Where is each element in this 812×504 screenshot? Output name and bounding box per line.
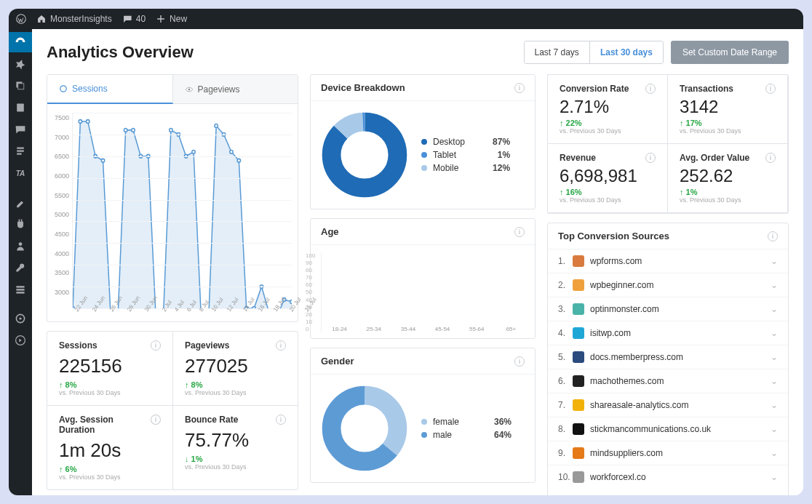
chevron-down-icon: ⌄ [771, 400, 778, 410]
svg-rect-7 [16, 292, 24, 293]
info-icon[interactable]: i [765, 84, 776, 94]
svg-point-14 [79, 120, 81, 124]
sidebar-item-comments[interactable] [9, 119, 32, 140]
gender-donut-chart [321, 385, 408, 472]
stat-sessions: Sessionsi 225156 ↑ 8% vs. Previous 30 Da… [47, 332, 172, 405]
source-row[interactable]: 6.machothemes.com⌄ [548, 369, 788, 393]
source-row[interactable]: 10.workforcexl.co⌄ [548, 465, 788, 489]
chevron-down-icon: ⌄ [771, 448, 778, 458]
sidebar-item-settings[interactable] [9, 279, 32, 300]
sidebar-item-ta[interactable]: TA [9, 163, 32, 183]
sidebar-item-pin[interactable] [9, 54, 32, 74]
chevron-down-icon: ⌄ [771, 352, 778, 362]
date-range-segmented: Last 7 days Last 30 days [524, 41, 664, 64]
source-row[interactable]: 5.docs.memberpress.com⌄ [548, 345, 788, 369]
svg-point-32 [215, 124, 218, 128]
chevron-down-icon: ⌄ [771, 376, 778, 386]
site-link[interactable]: MonsterInsights [36, 14, 112, 24]
info-icon[interactable]: i [514, 356, 525, 367]
metric-aov: Avg. Order Valuei 252.62 ↑ 1% vs. Previo… [667, 143, 788, 213]
new-link[interactable]: New [156, 14, 187, 24]
sidebar-item-insights[interactable] [9, 308, 32, 329]
source-row[interactable]: 7.shareasale-analytics.com⌄ [548, 393, 788, 417]
sidebar-item-pages[interactable] [9, 97, 32, 118]
sidebar-item-dashboard[interactable] [9, 32, 32, 52]
info-icon[interactable]: i [276, 340, 286, 351]
comment-count: 40 [136, 14, 146, 24]
metric-conversion: Conversion Ratei 2.71% ↑ 22% vs. Previou… [547, 74, 668, 144]
gender-card: Genderi female36%male64% [310, 348, 536, 483]
source-row[interactable]: 8.stickmancommunications.co.uk⌄ [548, 417, 788, 441]
svg-point-12 [188, 88, 189, 89]
source-row[interactable]: 9.mindsuppliers.com⌄ [548, 441, 788, 465]
new-label: New [170, 14, 187, 24]
svg-point-21 [132, 129, 135, 132]
svg-point-0 [17, 15, 26, 24]
source-row[interactable]: 2.wpbeginner.com⌄ [548, 273, 788, 297]
date-last-30[interactable]: Last 30 days [589, 41, 663, 63]
traffic-card: Sessions Pageviews 750070006500600055005… [47, 74, 298, 322]
info-icon[interactable]: i [765, 153, 776, 163]
chevron-down-icon: ⌄ [771, 304, 778, 314]
page-title: Analytics Overview [47, 43, 194, 62]
sidebar-item-appearance[interactable] [9, 192, 32, 212]
svg-point-50 [343, 407, 385, 449]
stats-grid: Sessionsi 225156 ↑ 8% vs. Previous 30 Da… [47, 331, 298, 490]
plus-icon [156, 14, 166, 24]
wp-sidebar: TA [9, 29, 32, 495]
stat-bounce: Bounce Ratei 75.77% ↓ 1% vs. Previous 30… [172, 405, 298, 489]
device-donut-chart [321, 111, 408, 199]
info-icon[interactable]: i [514, 83, 525, 93]
sidebar-item-collapse[interactable] [9, 330, 32, 351]
tab-pageviews[interactable]: Pageviews [173, 75, 298, 104]
chevron-down-icon: ⌄ [771, 280, 778, 290]
info-icon[interactable]: i [514, 227, 525, 237]
main-content: Analytics Overview Last 7 days Last 30 d… [32, 29, 803, 495]
svg-rect-3 [17, 103, 24, 111]
source-row[interactable]: 4.isitwp.com⌄ [548, 321, 788, 345]
source-row[interactable]: 3.optinmonster.com⌄ [548, 297, 788, 321]
chevron-down-icon: ⌄ [771, 328, 778, 338]
sources-card: Top Conversion Sourcesi 1.wpforms.com⌄2.… [547, 223, 789, 495]
site-name: MonsterInsights [50, 14, 112, 24]
chevron-down-icon: ⌄ [771, 472, 778, 482]
stat-pageviews: Pageviewsi 277025 ↑ 8% vs. Previous 30 D… [172, 332, 298, 405]
sidebar-item-media[interactable] [9, 76, 32, 96]
wp-logo[interactable] [16, 14, 26, 24]
metric-transactions: Transactionsi 3142 ↑ 17% vs. Previous 30… [667, 74, 788, 144]
svg-rect-2 [18, 84, 24, 89]
info-icon[interactable]: i [276, 415, 286, 425]
date-last-7[interactable]: Last 7 days [525, 41, 589, 63]
home-icon [36, 14, 47, 24]
device-card: Device Breakdowni Desktop87%Tablet1%Mobi… [310, 74, 536, 209]
metric-revenue: Revenuei 6,698,981 ↑ 16% vs. Previous 30… [547, 143, 668, 213]
tab-sessions[interactable]: Sessions [47, 75, 173, 104]
info-icon[interactable]: i [151, 415, 161, 425]
svg-point-15 [87, 120, 89, 124]
age-card: Agei 1009080706050403020100 18-2425-3435… [310, 218, 536, 339]
svg-rect-6 [16, 289, 24, 290]
age-bar-chart: 1009080706050403020100 18-2425-3435-4445… [321, 252, 525, 332]
svg-point-47 [343, 134, 385, 175]
svg-point-35 [237, 159, 240, 162]
svg-point-20 [124, 129, 127, 132]
info-icon[interactable]: i [645, 153, 656, 163]
info-icon[interactable]: i [645, 84, 656, 94]
svg-point-11 [60, 86, 66, 92]
sidebar-item-forms[interactable] [9, 141, 32, 161]
set-custom-range-button[interactable]: Set Custom Date Range [671, 41, 789, 64]
metrics-grid: Conversion Ratei 2.71% ↑ 22% vs. Previou… [547, 74, 789, 214]
source-row[interactable]: 1.wpforms.com⌄ [548, 249, 788, 273]
wp-admin-bar: MonsterInsights 40 New [9, 9, 803, 29]
sessions-line-chart: 7500700065006000550050004500400035003000 [53, 113, 292, 309]
svg-point-29 [192, 150, 195, 153]
sidebar-item-tools[interactable] [9, 257, 32, 278]
svg-rect-5 [16, 286, 24, 287]
sidebar-item-plugins[interactable] [9, 214, 32, 234]
svg-point-34 [230, 150, 233, 153]
info-icon[interactable]: i [768, 231, 778, 241]
comments-link[interactable]: 40 [122, 14, 146, 24]
sidebar-item-users[interactable] [9, 236, 32, 256]
comment-icon [122, 14, 132, 24]
info-icon[interactable]: i [151, 340, 161, 351]
